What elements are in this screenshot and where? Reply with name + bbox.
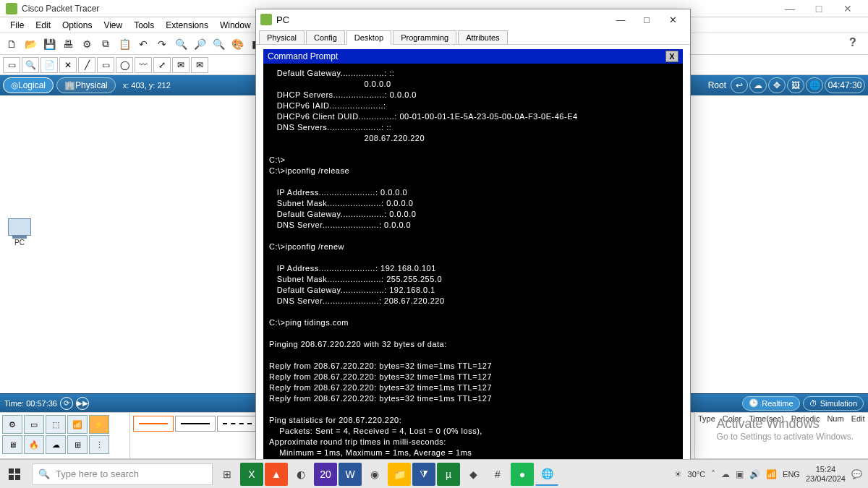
cat-connections-icon[interactable]: ⚡ <box>89 415 109 434</box>
copy-icon[interactable]: ⧉ <box>97 35 114 53</box>
tab-desktop[interactable]: Desktop <box>346 30 391 45</box>
menu-window[interactable]: Window <box>214 19 257 32</box>
conn-auto[interactable] <box>133 416 174 432</box>
nav-move-icon[interactable]: ✥ <box>768 77 786 93</box>
wifi-icon[interactable]: 📶 <box>766 469 777 479</box>
svg-rect-2 <box>9 475 14 480</box>
weather-icon[interactable]: ☀ <box>674 469 682 479</box>
tab-config[interactable]: Config <box>306 30 345 44</box>
cat-custom-icon[interactable]: ⊞ <box>67 435 88 454</box>
pdu-complex-tool[interactable]: ✉ <box>191 57 208 73</box>
save-icon[interactable]: 💾 <box>41 35 58 53</box>
realtime-mode-button[interactable]: 🕒 Realtime <box>742 396 799 411</box>
app-icon-2[interactable]: 20 <box>314 463 337 486</box>
redo-icon[interactable]: ↷ <box>153 35 171 53</box>
volume-icon[interactable]: 🔊 <box>749 469 760 479</box>
pc-minimize-button[interactable]: — <box>608 9 634 30</box>
power-cycle-button[interactable]: ⟳ <box>60 397 73 410</box>
conn-console[interactable] <box>175 416 216 432</box>
spotify-icon[interactable]: ● <box>511 463 534 486</box>
command-prompt-title: Command Prompt <box>268 51 338 61</box>
nav-bg-icon[interactable]: 🖼 <box>787 77 804 93</box>
palette-icon[interactable]: 🎨 <box>229 35 246 53</box>
taskbar-search[interactable]: 🔍 Type here to search <box>32 463 213 485</box>
tab-physical[interactable]: Physical <box>259 30 305 44</box>
cat-hub-icon[interactable]: ⬚ <box>46 415 66 434</box>
command-prompt-terminal[interactable]: Default Gateway.................: :: 0.0… <box>263 64 683 484</box>
root-label[interactable]: Root <box>708 80 726 90</box>
physical-view-button[interactable]: 🏢 Physical <box>56 77 116 93</box>
cat-wireless-icon[interactable]: 📶 <box>67 415 88 434</box>
command-prompt-close-button[interactable]: X <box>665 51 678 62</box>
pc-maximize-button[interactable]: □ <box>634 9 660 30</box>
cat-end-icon[interactable]: 🖥 <box>2 435 22 454</box>
pdu-simple-tool[interactable]: ✉ <box>172 57 190 73</box>
cat-security-icon[interactable]: 🔥 <box>24 435 44 454</box>
nav-cloud-icon[interactable]: ☁ <box>749 77 767 93</box>
delete-tool[interactable]: ✕ <box>59 57 77 73</box>
open-icon[interactable]: 📂 <box>22 35 39 53</box>
maximize-button[interactable]: □ <box>804 3 833 14</box>
wizard-icon[interactable]: ⚙ <box>78 35 95 53</box>
draw-free-tool[interactable]: 〰 <box>135 57 152 73</box>
minimize-button[interactable]: — <box>775 3 804 14</box>
print-icon[interactable]: 🖶 <box>59 35 77 53</box>
word-icon[interactable]: W <box>339 463 362 486</box>
draw-rect-tool[interactable]: ▭ <box>97 57 114 73</box>
menu-view[interactable]: View <box>98 19 128 32</box>
conn-copper-straight[interactable] <box>217 416 258 432</box>
cat-multi-icon[interactable]: ⋮ <box>89 435 109 454</box>
nav-viewport-icon[interactable]: 🌐 <box>806 77 823 93</box>
pc-close-button[interactable]: ✕ <box>660 9 686 30</box>
pc-dialog-titlebar[interactable]: PC — □ ✕ <box>256 9 690 30</box>
notifications-icon[interactable]: 💬 <box>851 469 862 479</box>
draw-line-tool[interactable]: ╱ <box>78 57 95 73</box>
chrome-icon[interactable]: ◉ <box>363 463 386 486</box>
lang-indicator[interactable]: ENG <box>783 470 800 479</box>
cat-router-icon[interactable]: ⚙ <box>2 415 22 434</box>
weather-temp[interactable]: 30°C <box>688 470 706 479</box>
utorrent-icon[interactable]: µ <box>437 463 460 486</box>
nav-back-icon[interactable]: ↩ <box>731 77 748 93</box>
menu-tools[interactable]: Tools <box>128 19 160 32</box>
onedrive-icon[interactable]: ☁ <box>721 469 730 479</box>
tab-programming[interactable]: Programming <box>393 30 456 44</box>
slack-icon[interactable]: # <box>486 463 509 486</box>
taskbar-clock[interactable]: 15:24 23/04/2024 <box>806 465 846 484</box>
app-icon-3[interactable]: ◆ <box>461 463 485 486</box>
resize-tool[interactable]: ⤢ <box>153 57 171 73</box>
undo-icon[interactable]: ↶ <box>135 35 152 53</box>
fast-forward-button[interactable]: ▶▶ <box>76 397 89 410</box>
tray-chevron-icon[interactable]: ˄ <box>711 469 715 479</box>
menu-file[interactable]: File <box>4 19 30 32</box>
logical-view-button[interactable]: ◎ Logical <box>3 77 54 93</box>
zoomin-icon[interactable]: 🔍 <box>172 35 190 53</box>
device-pc[interactable]: PC <box>6 218 33 253</box>
zoomout-icon[interactable]: 🔍 <box>210 35 227 53</box>
packet-tracer-taskbar-icon[interactable]: 🌐 <box>535 463 558 486</box>
tab-attributes[interactable]: Attributes <box>458 30 507 44</box>
new-icon[interactable]: 🗋 <box>3 35 20 53</box>
menu-extensions[interactable]: Extensions <box>160 19 214 32</box>
paste-icon[interactable]: 📋 <box>116 35 133 53</box>
excel-icon[interactable]: X <box>240 463 263 486</box>
app-icon-1[interactable]: ◐ <box>289 463 312 486</box>
battery-icon[interactable]: ▣ <box>736 469 744 479</box>
menu-edit[interactable]: Edit <box>30 19 56 32</box>
close-button[interactable]: ✕ <box>833 3 862 14</box>
inspect-tool[interactable]: 🔍 <box>22 57 39 73</box>
vscode-icon[interactable]: ⧩ <box>412 463 435 486</box>
cat-wan-icon[interactable]: ☁ <box>46 435 66 454</box>
help-icon[interactable]: ? <box>849 36 865 52</box>
note-tool[interactable]: 📄 <box>41 57 58 73</box>
explorer-icon[interactable]: 📁 <box>388 463 411 486</box>
zoomreset-icon[interactable]: 🔎 <box>191 35 208 53</box>
start-button[interactable] <box>0 460 29 489</box>
task-view-icon[interactable]: ⊞ <box>216 463 239 486</box>
cat-switch-icon[interactable]: ▭ <box>24 415 44 434</box>
menu-options[interactable]: Options <box>56 19 98 32</box>
simulation-mode-button[interactable]: ⏱ Simulation <box>803 396 864 411</box>
draw-ellipse-tool[interactable]: ◯ <box>116 57 133 73</box>
vlc-icon[interactable]: ▲ <box>265 463 288 486</box>
select-tool[interactable]: ▭ <box>3 57 20 73</box>
